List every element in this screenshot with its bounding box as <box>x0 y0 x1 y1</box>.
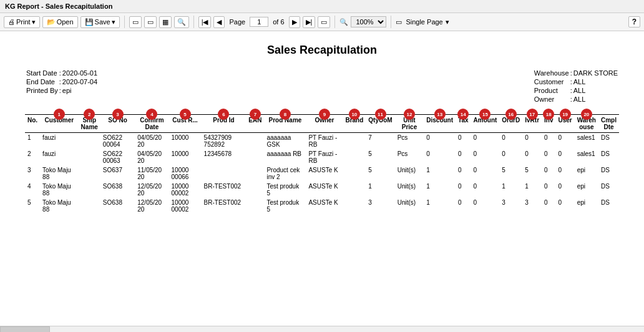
badge-1: 1 <box>54 109 65 120</box>
meta-left: Start Date : 2020-05-01 End Date : 2020-… <box>25 68 99 104</box>
zoom-select[interactable]: 100% 75% 50% 150% <box>351 16 386 27</box>
cell-ship_name <box>79 133 100 150</box>
cell-customer: Toko Maju 88 <box>40 182 78 198</box>
warehouse-value: DARK STORE <box>573 69 618 77</box>
cell-brand <box>343 198 366 214</box>
cell-so_no: SO638 <box>100 182 135 198</box>
open-button[interactable]: 📂 Open <box>42 16 78 28</box>
col-prod-name: 8Prod Name <box>264 115 306 133</box>
cell-unit_price: Pcs <box>395 133 424 150</box>
help-button[interactable]: ? <box>628 16 640 27</box>
badge-10: 10 <box>349 109 360 120</box>
cell-owner: ASUSTe K <box>306 165 343 182</box>
page-layout-btn-2[interactable]: ▭ <box>144 16 157 28</box>
cell-unit_price: Unit(s) <box>395 165 424 182</box>
cell-amount: 0 <box>471 198 500 214</box>
cell-prod_id <box>202 165 246 182</box>
report-title: Sales Recapitulation <box>25 44 619 57</box>
printed-by-value: epi <box>62 87 97 94</box>
report-table: No. 1Customer 2ShipName 3SO No 4ConfirmD… <box>25 114 619 214</box>
badge-6: 6 <box>218 109 229 120</box>
start-date-label: Start Date <box>26 69 58 77</box>
cell-confirm_date: 12/05/20 20 <box>135 182 168 198</box>
col-discount: 13Discount <box>424 115 456 133</box>
next-page-btn[interactable]: ▶ <box>289 16 300 28</box>
badge-20: 20 <box>581 109 592 120</box>
col-cust-r: 5Cust R... <box>169 115 202 133</box>
cell-customer: fauzi <box>40 149 78 165</box>
col-ordr-d: 16OrdrD <box>499 115 522 133</box>
col-amount: 15Amount <box>471 115 500 133</box>
badge-4: 4 <box>146 109 157 120</box>
cell-prod_id: BR-TEST002 <box>202 182 246 198</box>
badge-17: 17 <box>527 109 538 120</box>
search-btn[interactable]: 🔍 <box>174 16 189 28</box>
badge-9: 9 <box>319 109 330 120</box>
fit-page-btn[interactable]: ▭ <box>318 16 330 28</box>
table-row: 5Toko Maju 88SO63812/05/20 2010000 00002… <box>25 198 619 214</box>
cell-owner: ASUSTe K <box>306 198 343 214</box>
save-button[interactable]: 💾 Save ▾ <box>80 16 120 28</box>
save-icon: 💾 <box>85 18 94 26</box>
single-page-dropdown: ▾ <box>446 18 449 26</box>
cell-unit_price: Unit(s) <box>395 198 424 214</box>
cell-warehouse: epi <box>575 182 598 198</box>
cell-cust_r: 10000 <box>169 133 202 150</box>
page-input[interactable] <box>250 17 268 27</box>
badge-19: 19 <box>560 109 571 120</box>
separator-2 <box>193 16 194 28</box>
cell-prod_name: aaaaaaa GSK <box>264 133 306 150</box>
product-label: Product <box>534 87 569 94</box>
cell-cmpl_dte: DS <box>598 149 619 165</box>
warehouse-label: Warehouse <box>534 69 569 77</box>
col-customer: 1Customer <box>40 115 78 133</box>
table-row: 1fauziSO622 0006404/05/20 20100005432790… <box>25 133 619 150</box>
first-page-btn[interactable]: |◀ <box>198 16 212 28</box>
col-cmpl-dte: CmplDte <box>598 115 619 133</box>
cell-prod_name: Test produk 5 <box>264 198 306 214</box>
cell-cmpl_dte: DS <box>598 133 619 150</box>
page-label: Page <box>229 18 245 26</box>
of-label: of 6 <box>273 18 284 26</box>
col-user: 19User <box>556 115 575 133</box>
cell-no: 3 <box>25 165 40 182</box>
cell-brand <box>343 182 366 198</box>
cell-confirm_date: 04/05/20 20 <box>135 149 168 165</box>
customer-value: ALL <box>573 78 618 85</box>
title-bar: KG Report - Sales Recapitulation <box>0 0 644 13</box>
cell-no: 2 <box>25 149 40 165</box>
cell-prod_id: BR-TEST002 <box>202 198 246 214</box>
col-confirm-date: 4ConfirmDate <box>135 115 168 133</box>
cell-qty_uom: 1 <box>366 182 394 198</box>
last-page-btn[interactable]: ▶| <box>303 16 316 28</box>
owner-label: Owner <box>534 95 569 103</box>
print-button[interactable]: 🖨 Print ▾ <box>4 16 40 28</box>
cell-ean <box>246 182 264 198</box>
cell-so_no: SO638 <box>100 198 135 214</box>
badge-12: 12 <box>404 109 415 120</box>
page-layout-btn-3[interactable]: ▦ <box>159 16 172 28</box>
cell-so_no: SO622 00064 <box>100 133 135 150</box>
cell-ordr_d: 5 <box>499 165 522 182</box>
cell-customer: fauzi <box>40 133 78 150</box>
cell-no: 1 <box>25 133 40 150</box>
cell-ordr_d: 3 <box>499 198 522 214</box>
badge-13: 13 <box>434 109 446 120</box>
print-label: Print <box>16 18 31 26</box>
start-date-value: 2020-05-01 <box>62 69 97 77</box>
cell-customer: Toko Maju 88 <box>40 165 78 182</box>
cell-warehouse: sales1 <box>575 133 598 150</box>
save-dropdown-icon: ▾ <box>112 18 115 26</box>
meta-section: Start Date : 2020-05-01 End Date : 2020-… <box>25 68 619 104</box>
cell-ordr_d: 1 <box>499 182 522 198</box>
separator-1 <box>124 16 125 28</box>
cell-ship_name <box>79 149 100 165</box>
cell-no: 5 <box>25 198 40 214</box>
cell-unit_price: Pcs <box>395 149 424 165</box>
cell-customer: Toko Maju 88 <box>40 198 78 214</box>
cell-prod_id: 54327909 752892 <box>202 133 246 150</box>
page-layout-btn-1[interactable]: ▭ <box>129 16 142 28</box>
col-unit-price: 12Unit Price <box>395 115 424 133</box>
cell-owner: PT Fauzi - RB <box>306 133 343 150</box>
prev-page-btn[interactable]: ◀ <box>213 16 225 28</box>
